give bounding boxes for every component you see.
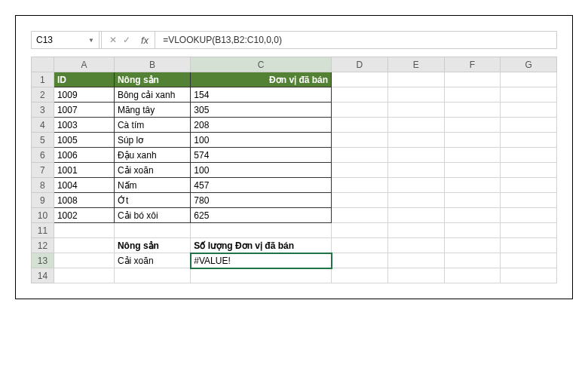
cell[interactable] <box>332 268 388 283</box>
cell[interactable] <box>332 178 388 193</box>
row-header-2[interactable]: 2 <box>32 87 54 103</box>
cell[interactable] <box>114 268 190 283</box>
row-header-10[interactable]: 10 <box>32 208 54 223</box>
cell-units[interactable]: 780 <box>191 193 332 208</box>
cell[interactable] <box>332 87 388 103</box>
cell[interactable] <box>54 253 114 268</box>
cell[interactable] <box>501 87 557 103</box>
cell-name[interactable]: Súp lơ <box>114 133 190 148</box>
col-header-D[interactable]: D <box>332 57 388 72</box>
cell[interactable] <box>387 253 444 268</box>
cell[interactable] <box>332 133 388 148</box>
cell[interactable] <box>387 208 444 223</box>
name-box[interactable]: C13 ▼ <box>32 32 100 48</box>
cell[interactable] <box>501 103 557 118</box>
row-header-14[interactable]: 14 <box>32 268 54 283</box>
cell[interactable] <box>387 178 444 193</box>
cell[interactable] <box>332 238 388 253</box>
lookup-value-cell[interactable]: Cải xoăn <box>114 253 190 268</box>
cell-id[interactable]: 1007 <box>54 103 114 118</box>
cell[interactable] <box>54 268 114 283</box>
cell[interactable] <box>501 223 557 238</box>
row-header-4[interactable]: 4 <box>32 118 54 133</box>
cell-units[interactable]: 154 <box>191 87 332 103</box>
cell[interactable] <box>501 238 557 253</box>
cell[interactable] <box>501 208 557 223</box>
cell[interactable] <box>332 148 388 163</box>
cell[interactable] <box>444 87 501 103</box>
lookup-header-product[interactable]: Nông sản <box>114 238 190 253</box>
row-header-1[interactable]: 1 <box>32 72 54 87</box>
cell[interactable] <box>501 193 557 208</box>
cell-name[interactable]: Đậu xanh <box>114 148 190 163</box>
cell[interactable] <box>332 72 388 87</box>
row-header-13[interactable]: 13 <box>32 253 54 268</box>
cell[interactable] <box>501 163 557 178</box>
col-header-E[interactable]: E <box>387 57 444 72</box>
row-header-11[interactable]: 11 <box>32 223 54 238</box>
cell-id[interactable]: 1006 <box>54 148 114 163</box>
cell[interactable] <box>501 72 557 87</box>
cell[interactable] <box>444 238 501 253</box>
chevron-down-icon[interactable]: ▼ <box>88 37 94 44</box>
cell[interactable] <box>387 268 444 283</box>
cell-name[interactable]: Cà tím <box>114 118 190 133</box>
cell[interactable] <box>54 223 114 238</box>
cell[interactable] <box>444 163 501 178</box>
cancel-icon[interactable]: ✕ <box>109 35 117 45</box>
cell[interactable] <box>387 118 444 133</box>
cell[interactable] <box>387 103 444 118</box>
cell[interactable] <box>54 238 114 253</box>
cell[interactable] <box>501 268 557 283</box>
cell[interactable] <box>501 178 557 193</box>
cell[interactable] <box>332 223 388 238</box>
cell-units[interactable]: 305 <box>191 103 332 118</box>
row-header-3[interactable]: 3 <box>32 103 54 118</box>
cell-id[interactable]: 1008 <box>54 193 114 208</box>
confirm-icon[interactable]: ✓ <box>123 35 130 45</box>
cell-name[interactable]: Bông cải xanh <box>114 87 190 103</box>
cell[interactable] <box>444 208 501 223</box>
cell[interactable] <box>114 223 190 238</box>
cell[interactable] <box>444 253 501 268</box>
fx-icon[interactable]: fx <box>136 35 153 46</box>
cell-name[interactable]: Cải xoăn <box>114 163 190 178</box>
cell-id[interactable]: 1003 <box>54 118 114 133</box>
cell[interactable] <box>444 193 501 208</box>
cell-name[interactable]: Cải bó xôi <box>114 208 190 223</box>
cell[interactable] <box>387 193 444 208</box>
cell[interactable] <box>332 253 388 268</box>
cell[interactable] <box>501 253 557 268</box>
cell-units[interactable]: 208 <box>191 118 332 133</box>
cell[interactable] <box>332 163 388 178</box>
cell-units[interactable]: 457 <box>191 178 332 193</box>
cell[interactable] <box>501 133 557 148</box>
cell-id[interactable]: 1002 <box>54 208 114 223</box>
cell-name[interactable]: Ớt <box>114 193 190 208</box>
cell[interactable] <box>332 103 388 118</box>
active-cell-C13[interactable]: #VALUE! <box>191 253 332 268</box>
spreadsheet-grid[interactable]: A B C D E F G 1 ID Nông sản Đơn vị đã bá… <box>31 57 557 283</box>
cell[interactable] <box>444 268 501 283</box>
header-id[interactable]: ID <box>54 72 114 87</box>
cell[interactable] <box>387 148 444 163</box>
cell[interactable] <box>387 72 444 87</box>
cell[interactable] <box>387 87 444 103</box>
row-header-5[interactable]: 5 <box>32 133 54 148</box>
cell[interactable] <box>501 148 557 163</box>
cell[interactable] <box>444 178 501 193</box>
cell[interactable] <box>444 148 501 163</box>
col-header-C[interactable]: C <box>191 57 332 72</box>
cell[interactable] <box>444 223 501 238</box>
cell[interactable] <box>444 118 501 133</box>
cell[interactable] <box>387 133 444 148</box>
cell[interactable] <box>387 238 444 253</box>
header-product[interactable]: Nông sản <box>114 72 190 87</box>
cell[interactable] <box>387 223 444 238</box>
col-header-B[interactable]: B <box>114 57 190 72</box>
cell[interactable] <box>332 208 388 223</box>
cell[interactable] <box>191 223 332 238</box>
col-header-G[interactable]: G <box>501 57 557 72</box>
cell[interactable] <box>444 103 501 118</box>
row-header-7[interactable]: 7 <box>32 163 54 178</box>
